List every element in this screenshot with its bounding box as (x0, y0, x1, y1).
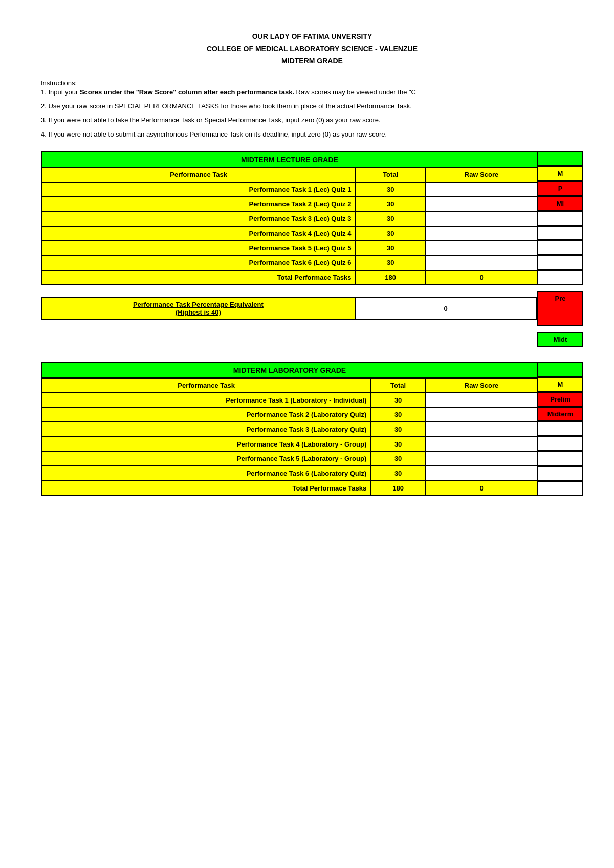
table-row: Performance Task 6 (Lec) Quiz 6 30 (41, 255, 538, 270)
task-total: 30 (371, 437, 425, 452)
lecture-right-partial: M P Mi (537, 151, 583, 285)
table-row: Performance Task 5 (Laboratory - Group) … (41, 451, 538, 466)
raw-score-input[interactable] (425, 196, 538, 211)
raw-score-input[interactable] (425, 437, 538, 452)
task-total: 30 (371, 393, 425, 408)
right-header-cell (537, 151, 583, 166)
header-line2: COLLEGE OF MEDICAL LABORATORY SCIENCE - … (41, 43, 583, 55)
lab-section-title: MIDTERM LABORATORY GRADE (41, 363, 538, 378)
total-tasks-sum: 180 (356, 270, 425, 285)
instruction-4: 4. If you were not able to submit an asy… (41, 129, 583, 140)
table-row: Performance Task 4 (Laboratory - Group) … (41, 437, 538, 452)
task-name: Performance Task 6 (Laboratory Quiz) (41, 466, 371, 481)
lecture-grade-table: MIDTERM LECTURE GRADE Performance Task T… (41, 151, 538, 285)
total-raw-sum: 0 (425, 270, 538, 285)
raw-score-input[interactable] (425, 393, 538, 408)
lab-col-total-label: Total (371, 378, 425, 393)
task-total: 30 (371, 466, 425, 481)
header-line1: OUR LADY OF FATIMA UNVERSITY (41, 31, 583, 43)
task-name: Performance Task 1 (Laboratory - Individ… (41, 393, 371, 408)
raw-score-input[interactable] (425, 422, 538, 437)
task-name: Performance Task 5 (Laboratory - Group) (41, 451, 371, 466)
task-name: Performance Task 3 (Lec) Quiz 3 (41, 211, 356, 226)
instructions-section: Instructions: 1. Input your Scores under… (41, 79, 583, 139)
midterm-box-container: Midt (41, 332, 583, 347)
lab-col-raw-label: Raw Score (425, 378, 538, 393)
task-name: Performance Task 2 (Lec) Quiz 2 (41, 196, 356, 211)
lab-right-partial: M Prelim Midterm (537, 362, 583, 496)
right-row-p: P (537, 181, 583, 196)
pct-label-line1: Performance Task Percentage Equivalent (46, 301, 350, 308)
task-total: 30 (356, 182, 425, 197)
lab-total-tasks-sum: 180 (371, 481, 425, 496)
lab-section-header: MIDTERM LABORATORY GRADE (41, 363, 538, 378)
task-name: Performance Task 6 (Lec) Quiz 6 (41, 255, 356, 270)
task-total: 30 (356, 196, 425, 211)
right-row-empty4 (537, 255, 583, 270)
pct-table: Performance Task Percentage Equivalent (… (41, 297, 537, 320)
lab-grade-table: MIDTERM LABORATORY GRADE Performance Tas… (41, 362, 538, 496)
lab-total-row: Total Performace Tasks 180 0 (41, 481, 538, 496)
table-row: Performance Task 2 (Lec) Quiz 2 30 (41, 196, 538, 211)
header-line3: MIDTERM GRADE (41, 55, 583, 68)
task-name: Performance Task 1 (Lec) Quiz 1 (41, 182, 356, 197)
raw-score-input[interactable] (425, 226, 538, 241)
lecture-col-header: Performance Task Total Raw Score (41, 167, 538, 182)
pct-right-pre: Pre (537, 291, 583, 326)
task-name: Performance Task 4 (Lec) Quiz 4 (41, 226, 356, 241)
lecture-section-header: MIDTERM LECTURE GRADE (41, 152, 538, 167)
raw-score-input[interactable] (425, 182, 538, 197)
table-row: Performance Task 1 (Laboratory - Individ… (41, 393, 538, 408)
task-name: Performance Task 4 (Laboratory - Group) (41, 437, 371, 452)
table-row: Performance Task 6 (Laboratory Quiz) 30 (41, 466, 538, 481)
task-name: Performance Task 5 (Lec) Quiz 5 (41, 240, 356, 255)
lab-right-empty1 (537, 421, 583, 436)
right-col-m: M (537, 166, 583, 181)
lab-total-label: Total Performace Tasks (41, 481, 371, 496)
task-name: Performance Task 2 (Laboratory Quiz) (41, 407, 371, 422)
lab-right-empty2 (537, 436, 583, 451)
pct-right-partial: Pre (537, 291, 583, 326)
col-raw-label: Raw Score (425, 167, 538, 182)
right-row-mi: Mi (537, 196, 583, 211)
table-row: Performance Task 3 (Lec) Quiz 3 30 (41, 211, 538, 226)
task-total: 30 (356, 211, 425, 226)
pct-label-line2: (Highest is 40) (46, 308, 350, 316)
lab-right-midterm: Midterm (537, 407, 583, 421)
right-row-empty1 (537, 211, 583, 226)
task-total: 30 (371, 407, 425, 422)
pct-row: Performance Task Percentage Equivalent (… (41, 298, 537, 319)
col-task-label: Performance Task (41, 167, 356, 182)
midterm-partial-box: Midt (537, 332, 583, 347)
lab-right-header (537, 362, 583, 377)
raw-score-input[interactable] (425, 451, 538, 466)
raw-score-input[interactable] (425, 466, 538, 481)
pct-value: 0 (355, 298, 537, 319)
table-row: Performance Task 5 (Lec) Quiz 5 30 (41, 240, 538, 255)
raw-score-input[interactable] (425, 407, 538, 422)
lab-col-header: Performance Task Total Raw Score (41, 378, 538, 393)
raw-score-input[interactable] (425, 255, 538, 270)
task-total: 30 (356, 240, 425, 255)
raw-score-input[interactable] (425, 240, 538, 255)
right-row-empty2 (537, 226, 583, 240)
lab-right-empty4 (537, 466, 583, 481)
col-total-label: Total (356, 167, 425, 182)
task-total: 30 (356, 255, 425, 270)
lab-right-empty3 (537, 451, 583, 466)
table-row: Performance Task 2 (Laboratory Quiz) 30 (41, 407, 538, 422)
task-total: 30 (356, 226, 425, 241)
task-name: Performance Task 3 (Laboratory Quiz) (41, 422, 371, 437)
right-row-empty3 (537, 240, 583, 255)
raw-score-input[interactable] (425, 211, 538, 226)
total-label: Total Performace Tasks (41, 270, 356, 285)
lecture-section-title: MIDTERM LECTURE GRADE (41, 152, 538, 167)
lab-table-wrapper: MIDTERM LABORATORY GRADE Performance Tas… (41, 362, 583, 496)
table-row: Performance Task 4 (Lec) Quiz 4 30 (41, 226, 538, 241)
lecture-total-row: Total Performace Tasks 180 0 (41, 270, 538, 285)
task-total: 30 (371, 451, 425, 466)
pct-label: Performance Task Percentage Equivalent (… (41, 298, 355, 319)
pct-equivalent-row: Performance Task Percentage Equivalent (… (41, 291, 583, 326)
table-row: Performance Task 1 (Lec) Quiz 1 30 (41, 182, 538, 197)
instruction-2: 2. Use your raw score in SPECIAL PERFORM… (41, 101, 583, 112)
